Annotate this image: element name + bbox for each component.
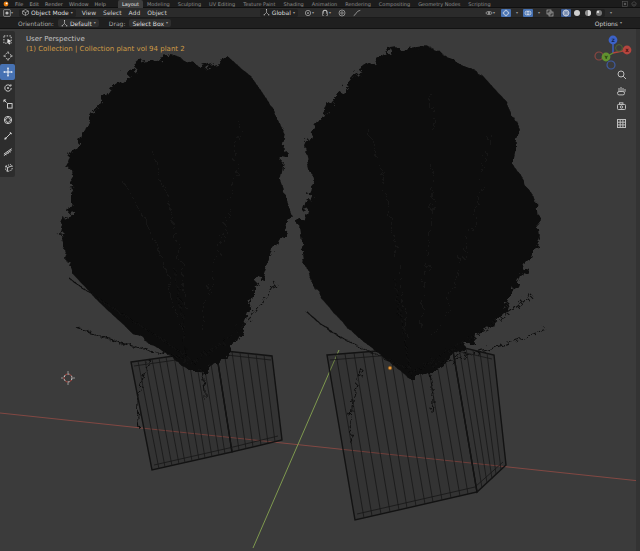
transform-orientation-dropdown[interactable]: Global ▾ (260, 9, 298, 17)
editor-type-button[interactable]: ▾ (2, 9, 14, 17)
object-origin-dot (388, 366, 392, 370)
tool-measure[interactable] (0, 144, 15, 160)
magnet-icon (321, 9, 329, 17)
orientation-label: Orientation: (18, 20, 54, 27)
proportional-editing-toggle[interactable] (337, 9, 347, 17)
tab-texture-paint[interactable]: Texture Paint (239, 0, 279, 8)
active-object-breadcrumb: (1) Collection | Collection plant vol 94… (26, 44, 185, 54)
scene-canvas: Z X Y (0, 29, 640, 551)
visibility-eye-icon (485, 9, 493, 17)
menu-add[interactable]: Add (128, 9, 142, 16)
tool-move[interactable] (0, 64, 15, 80)
tab-shading[interactable]: Shading (279, 0, 307, 8)
view-label: User Perspective (26, 34, 185, 44)
falloff-curve-icon (353, 9, 361, 17)
svg-text:X: X (625, 48, 629, 53)
orientation-axes-icon (263, 9, 270, 16)
menu-view[interactable]: View (81, 9, 97, 16)
rendered-sphere-icon (595, 9, 603, 17)
xray-icon (546, 9, 554, 17)
menu-object[interactable]: Object (146, 9, 168, 16)
menu-select[interactable]: Select (102, 9, 123, 16)
tab-geometry-nodes[interactable]: Geometry Nodes (414, 0, 464, 8)
editor-type-icon (3, 9, 11, 17)
mode-dropdown[interactable]: Object Mode ▾ (19, 9, 76, 17)
viewport-right-edge (636, 29, 640, 551)
orientation-select[interactable]: Default ▾ (58, 19, 99, 27)
tab-modeling[interactable]: Modeling (143, 0, 174, 8)
solid-sphere-icon (573, 9, 581, 17)
shading-mode-group (560, 9, 605, 17)
menu-file[interactable]: File (15, 1, 23, 7)
shading-solid-button[interactable] (572, 9, 582, 17)
blender-window: File Edit Render Window Help Layout Mode… (0, 0, 640, 551)
shading-material-button[interactable] (583, 9, 593, 17)
mode-label: Object Mode (31, 9, 69, 16)
xray-toggle[interactable] (545, 9, 555, 17)
tool-transform[interactable] (0, 112, 15, 128)
tab-layout[interactable]: Layout (118, 0, 143, 8)
drag-select-value: Select Box (132, 20, 164, 27)
viewport-3d[interactable]: Z X Y (0, 29, 640, 551)
topbar: File Edit Render Window Help Layout Mode… (0, 0, 640, 8)
blender-logo-icon (3, 1, 9, 7)
orientation-select-value: Default (70, 20, 92, 27)
scene-icon[interactable] (622, 1, 628, 7)
menu-window[interactable]: Window (69, 1, 89, 7)
tab-compositing[interactable]: Compositing (375, 0, 414, 8)
overlays-toggle-icon (524, 9, 532, 17)
tool-rotate[interactable] (0, 80, 15, 96)
tool-cursor[interactable] (0, 48, 15, 64)
options-button[interactable]: Options (595, 20, 618, 27)
show-overlays-toggle[interactable] (523, 9, 533, 17)
tool-annotate[interactable] (0, 128, 15, 144)
view-layer-icon[interactable] (631, 1, 637, 7)
menu-help[interactable]: Help (95, 1, 106, 7)
show-gizmo-toggle[interactable] (501, 9, 511, 17)
drag-select[interactable]: Select Box ▾ (129, 19, 171, 27)
viewport-header: ▾ Object Mode ▾ View Select Add Object G… (0, 8, 640, 18)
viewport-overlay-text: User Perspective (1) Collection | Collec… (26, 34, 185, 54)
wireframe-sphere-icon (562, 9, 570, 17)
pivot-point-dropdown[interactable]: ▾ (303, 9, 315, 17)
gizmo-neg-z-ball[interactable] (607, 61, 615, 69)
object-visibility-dropdown[interactable]: ▾ (484, 9, 496, 17)
tab-animation[interactable]: Animation (308, 0, 342, 8)
tab-uv-editing[interactable]: UV Editing (205, 0, 239, 8)
tool-select-box[interactable] (0, 32, 15, 48)
tool-settings-bar: Orientation: Default ▾ Drag: Select Box … (0, 18, 640, 29)
proportional-falloff-dropdown[interactable] (352, 9, 362, 17)
gizmo-toggle-icon (502, 9, 510, 17)
tab-scripting[interactable]: Scripting (464, 0, 494, 8)
proportional-editing-icon (338, 9, 346, 17)
orientation-default-icon (61, 20, 68, 27)
material-sphere-icon (584, 9, 592, 17)
menu-render[interactable]: Render (45, 1, 63, 7)
shading-wireframe-button[interactable] (561, 9, 571, 17)
pivot-point-icon (304, 9, 312, 17)
tab-rendering[interactable]: Rendering (341, 0, 375, 8)
tool-add-cube[interactable] (0, 160, 15, 176)
orientation-value: Global (272, 9, 291, 16)
tool-scale[interactable] (0, 96, 15, 112)
menu-edit[interactable]: Edit (29, 1, 39, 7)
svg-text:Y: Y (603, 55, 608, 60)
object-mode-cube-icon (22, 9, 29, 16)
workspace-tabs: Layout Modeling Sculpting UV Editing Tex… (118, 0, 495, 8)
gizmo-neg-y-ball[interactable] (616, 45, 623, 52)
drag-label: Drag: (109, 20, 126, 27)
snap-toggle[interactable]: ▾ (320, 9, 332, 17)
shading-rendered-button[interactable] (594, 9, 604, 17)
tab-sculpting[interactable]: Sculpting (174, 0, 205, 8)
tool-shelf (0, 31, 15, 177)
